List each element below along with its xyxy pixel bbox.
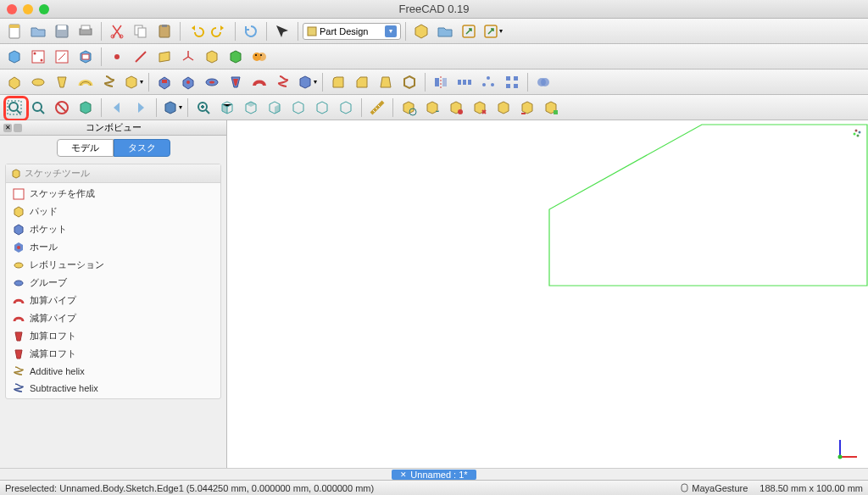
view-rear-button[interactable] bbox=[287, 97, 309, 119]
draft-button[interactable] bbox=[375, 71, 397, 93]
tab-task[interactable]: タスク bbox=[114, 139, 170, 157]
subtractive-primitive-button[interactable]: ▾ bbox=[296, 71, 318, 93]
chamfer-button[interactable] bbox=[351, 71, 373, 93]
additive-pipe-button[interactable] bbox=[75, 71, 97, 93]
boolean-button[interactable] bbox=[532, 71, 554, 93]
tab-close-icon[interactable]: ✕ bbox=[400, 470, 407, 479]
measure-toggle-all-button[interactable] bbox=[492, 97, 515, 119]
pad-icon bbox=[13, 206, 25, 218]
view-right-button[interactable] bbox=[264, 97, 286, 119]
view-left-button[interactable] bbox=[335, 97, 357, 119]
isometric-button[interactable]: ▾ bbox=[161, 97, 183, 119]
thickness-button[interactable] bbox=[398, 71, 420, 93]
body-button[interactable] bbox=[3, 46, 25, 68]
task-section-header[interactable]: スケッチツール bbox=[6, 164, 220, 183]
task-item-sub-loft[interactable]: 減算ロフト bbox=[6, 345, 220, 363]
task-item-revolution[interactable]: レボリューション bbox=[6, 256, 220, 274]
group-button[interactable] bbox=[434, 20, 456, 42]
view-front-button[interactable] bbox=[216, 97, 238, 119]
workbench-selector[interactable]: Part Design ▾ bbox=[303, 23, 401, 40]
nav-cube-icon[interactable] bbox=[837, 125, 863, 142]
groove-button[interactable] bbox=[201, 71, 223, 93]
clone-button[interactable] bbox=[248, 46, 270, 68]
zoom-in-button[interactable] bbox=[192, 97, 214, 119]
bounding-box-button[interactable] bbox=[75, 97, 97, 119]
fit-selection-button[interactable] bbox=[27, 97, 49, 119]
document-tab[interactable]: ✕ Unnamed : 1* bbox=[392, 470, 476, 480]
svg-point-53 bbox=[17, 246, 20, 249]
redo-button[interactable] bbox=[209, 20, 231, 42]
revolution-button[interactable] bbox=[27, 71, 49, 93]
3d-viewport[interactable] bbox=[227, 120, 868, 468]
task-item-sketch[interactable]: スケッチを作成 bbox=[6, 185, 220, 203]
hole-button[interactable] bbox=[177, 71, 199, 93]
subtractive-helix-button[interactable] bbox=[272, 71, 294, 93]
paste-button[interactable] bbox=[153, 20, 175, 42]
polar-pattern-button[interactable] bbox=[477, 71, 499, 93]
linear-pattern-button[interactable] bbox=[453, 71, 476, 93]
copy-button[interactable] bbox=[130, 20, 152, 42]
measure-refresh-button[interactable] bbox=[445, 97, 467, 119]
fit-all-button[interactable] bbox=[3, 97, 25, 119]
multitransform-button[interactable] bbox=[501, 71, 523, 93]
datum-point-button[interactable] bbox=[106, 46, 128, 68]
panel-close-icon[interactable]: ✕ bbox=[3, 124, 12, 132]
task-item-add-helix[interactable]: Additive helix bbox=[6, 363, 220, 380]
view-bottom-button[interactable] bbox=[311, 97, 333, 119]
panel-float-icon[interactable] bbox=[14, 124, 22, 132]
measure-linear-button[interactable] bbox=[398, 97, 420, 119]
pad-button[interactable] bbox=[3, 71, 25, 93]
nav-forward-button[interactable] bbox=[130, 97, 152, 119]
subtractive-loft-button[interactable] bbox=[225, 71, 247, 93]
mirror-button[interactable] bbox=[430, 71, 452, 93]
tab-model[interactable]: モデル bbox=[57, 139, 114, 157]
undo-button[interactable] bbox=[185, 20, 207, 42]
subtractive-pipe-button[interactable] bbox=[248, 71, 270, 93]
link-actions-button[interactable]: ▾ bbox=[481, 20, 504, 42]
svg-rect-33 bbox=[463, 80, 466, 85]
task-item-label: 減算ロフト bbox=[30, 348, 76, 360]
edit-sketch-button[interactable] bbox=[51, 46, 73, 68]
svg-point-20 bbox=[114, 54, 120, 59]
task-item-pad[interactable]: パッド bbox=[6, 203, 220, 220]
map-sketch-button[interactable] bbox=[75, 46, 97, 68]
datum-plane-button[interactable] bbox=[153, 46, 175, 68]
task-item-hole[interactable]: ホール bbox=[6, 238, 220, 256]
datum-cs-button[interactable] bbox=[177, 46, 199, 68]
task-item-sub-pipe[interactable]: 減算パイプ bbox=[6, 309, 220, 327]
new-sketch-button[interactable] bbox=[27, 46, 49, 68]
measure-distance-button[interactable] bbox=[366, 97, 388, 119]
open-file-button[interactable] bbox=[27, 20, 49, 42]
measure-clear-button[interactable] bbox=[469, 97, 491, 119]
view-top-button[interactable] bbox=[240, 97, 262, 119]
additive-primitive-button[interactable]: ▾ bbox=[122, 71, 144, 93]
task-item-pocket[interactable]: ポケット bbox=[6, 220, 220, 238]
save-button[interactable] bbox=[51, 20, 73, 42]
task-item-add-pipe[interactable]: 加算パイプ bbox=[6, 292, 220, 309]
draw-style-button[interactable] bbox=[51, 97, 73, 119]
fillet-button[interactable] bbox=[327, 71, 349, 93]
shape-binder-button[interactable] bbox=[201, 46, 223, 68]
task-item-add-loft[interactable]: 加算ロフト bbox=[6, 327, 220, 345]
measure-toggle-3d-button[interactable] bbox=[516, 97, 538, 119]
link-make-button[interactable] bbox=[458, 20, 480, 42]
part-button[interactable] bbox=[410, 20, 432, 42]
task-item-groove[interactable]: グルーブ bbox=[6, 274, 220, 292]
new-file-button[interactable] bbox=[3, 20, 25, 42]
additive-helix-button[interactable] bbox=[98, 71, 120, 93]
document-tab-label: Unnamed : 1* bbox=[410, 470, 467, 480]
whats-this-button[interactable] bbox=[271, 20, 293, 42]
print-button[interactable] bbox=[75, 20, 97, 42]
additive-loft-button[interactable] bbox=[51, 71, 73, 93]
refresh-button[interactable] bbox=[240, 20, 262, 42]
measure-toggle-delta-button[interactable] bbox=[540, 97, 562, 119]
nav-back-button[interactable] bbox=[106, 97, 128, 119]
cut-button[interactable] bbox=[106, 20, 128, 42]
pocket-button[interactable] bbox=[153, 71, 175, 93]
datum-line-button[interactable] bbox=[130, 46, 152, 68]
measure-angular-button[interactable] bbox=[421, 97, 443, 119]
nav-style-indicator[interactable]: MayaGesture bbox=[680, 483, 748, 493]
svg-rect-34 bbox=[468, 80, 471, 85]
task-item-sub-helix[interactable]: Subtractive helix bbox=[6, 380, 220, 397]
subshape-binder-button[interactable] bbox=[225, 46, 247, 68]
